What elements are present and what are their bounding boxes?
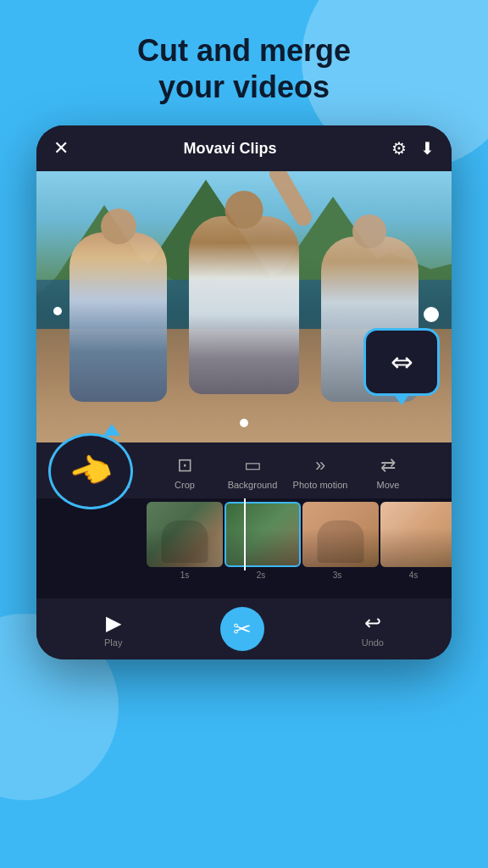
video-preview: ⇔ [36, 171, 452, 442]
background-icon: ▭ [244, 454, 262, 476]
settings-icon[interactable]: ⚙ [391, 138, 407, 159]
toolbar-item-move[interactable]: ⇄ Move [354, 451, 422, 493]
hand-gesture-bubble: 👈 [48, 433, 133, 509]
hand-bubble-shape: 👈 [48, 433, 133, 509]
cut-merge-bubble: ⇔ [363, 328, 440, 396]
toolbar-item-crop[interactable]: ⊡ Crop [151, 451, 219, 493]
play-icon: ▶ [106, 611, 121, 635]
timeline-clip-3[interactable] [302, 502, 379, 567]
header-icons: ⚙ ⬇ [391, 138, 435, 159]
time-label-3s: 3s [299, 570, 375, 580]
play-label: Play [104, 637, 122, 648]
photo-scene [36, 171, 452, 442]
undo-button[interactable]: ↩ Undo [362, 611, 384, 648]
photo-motion-icon: » [315, 454, 325, 476]
time-label-1s: 1s [147, 570, 223, 580]
undo-label: Undo [362, 637, 384, 648]
playback-controls: ▶ Play ✂ ↩ Undo [36, 598, 452, 659]
download-icon[interactable]: ⬇ [420, 138, 435, 159]
page-title: Cut and merge your videos [34, 32, 454, 105]
person-middle [189, 216, 299, 394]
cut-merge-icon: ⇔ [391, 346, 413, 378]
timeline-labels: 1s 2s 3s 4s [36, 570, 452, 580]
time-label-2s: 2s [223, 570, 299, 580]
toolbar-item-background[interactable]: ▭ Background [219, 451, 286, 493]
time-label-4s: 4s [375, 570, 452, 580]
person-left [69, 232, 167, 402]
move-icon: ⇄ [380, 454, 396, 476]
scissors-icon: ✂ [233, 616, 252, 643]
close-button[interactable]: ✕ [53, 137, 69, 159]
timeline-clip-1[interactable] [147, 502, 223, 567]
app-header: ✕ Movavi Clips ⚙ ⬇ [36, 125, 452, 171]
undo-icon: ↩ [364, 611, 381, 635]
toolbar-item-photo-motion[interactable]: » Photo motion [286, 451, 354, 493]
timeline-clip-4[interactable] [380, 502, 452, 567]
title-area: Cut and merge your videos [0, 0, 488, 125]
playhead [244, 498, 246, 570]
timeline-area: 👈 1s [36, 498, 452, 598]
timeline-clip-2[interactable] [225, 502, 301, 567]
hand-icon: 👈 [64, 446, 117, 498]
app-title: Movavi Clips [183, 140, 276, 158]
indicator-dot-bottom [240, 419, 248, 427]
play-button[interactable]: ▶ Play [104, 611, 122, 648]
phone-mockup: ✕ Movavi Clips ⚙ ⬇ [36, 125, 452, 659]
scissors-button[interactable]: ✂ [220, 607, 264, 651]
bubble-shape: ⇔ [363, 328, 440, 396]
crop-icon: ⊡ [177, 454, 192, 476]
